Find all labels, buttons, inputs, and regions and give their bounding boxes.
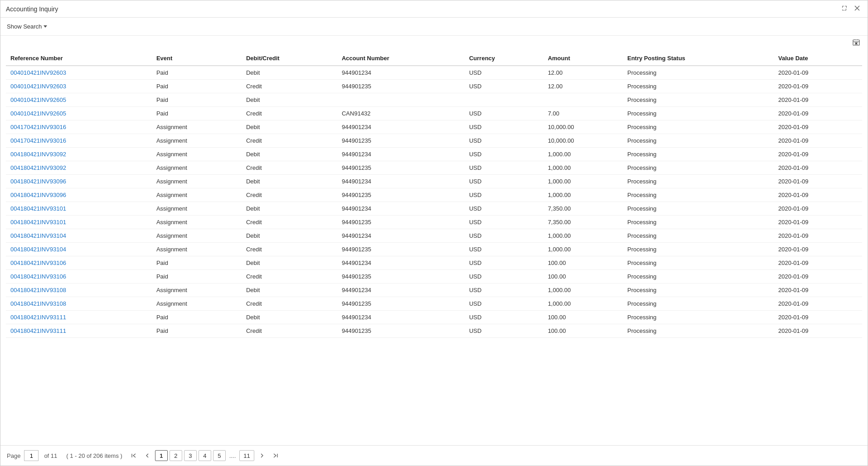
cell-currency: USD [465, 243, 543, 256]
cell-date: 2020-01-09 [774, 80, 862, 93]
title-bar-controls [839, 4, 862, 14]
cell-ref[interactable]: 004010421INV92605 [6, 93, 152, 107]
cell-event: Assignment [152, 134, 242, 148]
cell-ref[interactable]: 004180421INV93108 [6, 283, 152, 297]
cell-status: Processing [623, 161, 774, 175]
cell-ref[interactable]: 004180421INV93101 [6, 216, 152, 229]
ref-link[interactable]: 004010421INV92603 [10, 69, 66, 76]
cell-ref[interactable]: 004180421INV93104 [6, 243, 152, 256]
table-row: 004180421INV93104 Assignment Credit 9449… [6, 243, 862, 256]
cell-debit-credit: Debit [242, 229, 337, 243]
next-page-button[interactable] [256, 450, 268, 461]
cell-status: Processing [623, 311, 774, 324]
export-button[interactable] [850, 38, 862, 49]
cell-currency: USD [465, 216, 543, 229]
page-1-button[interactable]: 1 [155, 450, 168, 461]
items-info: ( 1 - 20 of 206 items ) [66, 452, 122, 459]
cell-account: 944901235 [337, 324, 465, 338]
cell-amount: 12.00 [543, 80, 623, 93]
cell-currency: USD [465, 161, 543, 175]
cell-date: 2020-01-09 [774, 120, 862, 134]
page-5-button[interactable]: 5 [213, 450, 226, 461]
page-input[interactable] [24, 450, 39, 461]
ref-link[interactable]: 004180421INV93111 [10, 314, 66, 321]
cell-account: 944901235 [337, 243, 465, 256]
cell-date: 2020-01-09 [774, 216, 862, 229]
cell-ref[interactable]: 004180421INV93111 [6, 324, 152, 338]
cell-status: Processing [623, 256, 774, 270]
table-row: 004170421INV93016 Assignment Debit 94490… [6, 120, 862, 134]
cell-date: 2020-01-09 [774, 324, 862, 338]
cell-currency: USD [465, 134, 543, 148]
col-reference-number: Reference Number [6, 51, 152, 66]
ref-link[interactable]: 004180421INV93096 [10, 192, 66, 198]
cell-debit-credit: Credit [242, 107, 337, 120]
ref-link[interactable]: 004180421INV93104 [10, 232, 66, 239]
cell-event: Assignment [152, 120, 242, 134]
cell-account: CAN91432 [337, 107, 465, 120]
table-header-row: Reference Number Event Debit/Credit Acco… [6, 51, 862, 66]
ref-link[interactable]: 004180421INV93092 [10, 151, 66, 158]
page-label: Page [7, 452, 20, 459]
cell-ref[interactable]: 004180421INV93106 [6, 270, 152, 283]
ref-link[interactable]: 004180421INV93108 [10, 300, 66, 307]
cell-status: Processing [623, 134, 774, 148]
cell-debit-credit: Debit [242, 66, 337, 80]
cell-event: Paid [152, 107, 242, 120]
table-row: 004010421INV92605 Paid Credit CAN91432 U… [6, 107, 862, 120]
cell-ref[interactable]: 004170421INV93016 [6, 134, 152, 148]
page-2-button[interactable]: 2 [170, 450, 182, 461]
ref-link[interactable]: 004180421INV93108 [10, 287, 66, 293]
ref-link[interactable]: 004180421INV93096 [10, 178, 66, 185]
maximize-button[interactable] [839, 4, 849, 14]
table-row: 004180421INV93101 Assignment Credit 9449… [6, 216, 862, 229]
show-search-button[interactable]: Show Search [7, 22, 47, 31]
cell-ref[interactable]: 004180421INV93092 [6, 148, 152, 161]
cell-account: 944901234 [337, 229, 465, 243]
ref-link[interactable]: 004180421INV93111 [10, 327, 66, 334]
page-4-button[interactable]: 4 [199, 450, 211, 461]
cell-event: Assignment [152, 216, 242, 229]
cell-account: 944901235 [337, 270, 465, 283]
cell-ref[interactable]: 004180421INV93111 [6, 311, 152, 324]
cell-currency: USD [465, 148, 543, 161]
cell-ref[interactable]: 004180421INV93096 [6, 188, 152, 202]
ref-link[interactable]: 004180421INV93101 [10, 205, 66, 212]
cell-ref[interactable]: 004010421INV92603 [6, 80, 152, 93]
page-3-button[interactable]: 3 [184, 450, 197, 461]
last-page-button[interactable] [270, 450, 281, 461]
prev-page-button[interactable] [141, 450, 153, 461]
cell-ref[interactable]: 004180421INV93106 [6, 256, 152, 270]
cell-ref[interactable]: 004170421INV93016 [6, 120, 152, 134]
cell-ref[interactable]: 004010421INV92603 [6, 66, 152, 80]
ref-link[interactable]: 004180421INV93106 [10, 259, 66, 266]
page-11-button[interactable]: 11 [239, 450, 254, 461]
ref-link[interactable]: 004180421INV93104 [10, 246, 66, 253]
ref-link[interactable]: 004180421INV93092 [10, 164, 66, 171]
cell-ref[interactable]: 004180421INV93108 [6, 297, 152, 311]
ref-link[interactable]: 004170421INV93016 [10, 137, 66, 144]
cell-ref[interactable]: 004180421INV93096 [6, 175, 152, 188]
first-page-button[interactable] [128, 450, 140, 461]
cell-event: Assignment [152, 202, 242, 216]
table-row: 004180421INV93092 Assignment Debit 94490… [6, 148, 862, 161]
ref-link[interactable]: 004180421INV93101 [10, 219, 66, 226]
title-bar: Accounting Inquiry [0, 0, 868, 18]
table-container: Reference Number Event Debit/Credit Acco… [0, 51, 868, 445]
ref-link[interactable]: 004010421INV92605 [10, 110, 66, 117]
cell-ref[interactable]: 004180421INV93092 [6, 161, 152, 175]
cell-account: 944901234 [337, 148, 465, 161]
ref-link[interactable]: 004170421INV93016 [10, 124, 66, 130]
cell-account [337, 93, 465, 107]
ref-link[interactable]: 004010421INV92605 [10, 96, 66, 103]
cell-ref[interactable]: 004180421INV93101 [6, 202, 152, 216]
ref-link[interactable]: 004010421INV92603 [10, 83, 66, 90]
svg-rect-1 [855, 43, 857, 44]
cell-ref[interactable]: 004180421INV93104 [6, 229, 152, 243]
cell-event: Paid [152, 256, 242, 270]
table-row: 004180421INV93111 Paid Debit 944901234 U… [6, 311, 862, 324]
cell-ref[interactable]: 004010421INV92605 [6, 107, 152, 120]
table-toolbar [0, 36, 868, 51]
close-button[interactable] [852, 4, 862, 14]
ref-link[interactable]: 004180421INV93106 [10, 273, 66, 280]
